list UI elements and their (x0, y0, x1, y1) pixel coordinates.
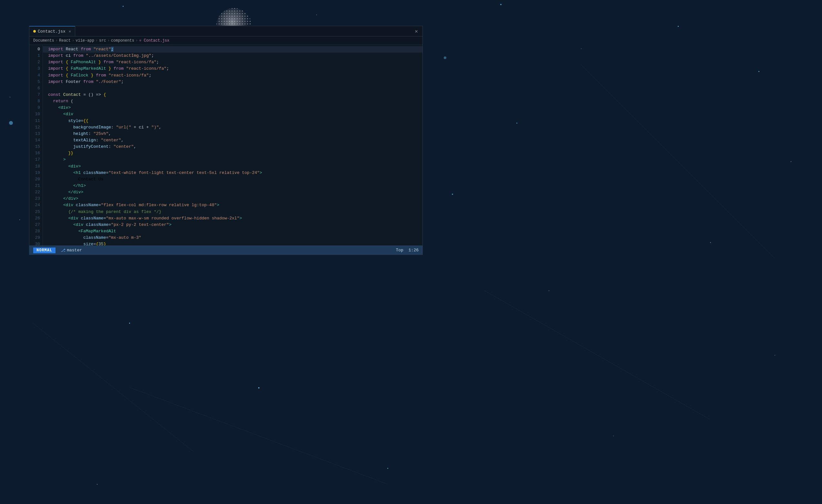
cursor-position: 1:26 (409, 248, 419, 253)
code-line-13: height: "25vh", (43, 131, 422, 137)
editor-close-button[interactable]: ✕ (415, 28, 418, 35)
code-line-23: </div> (43, 195, 422, 202)
status-right: Top 1:26 (396, 248, 419, 253)
code-line-2: import { FaPhoneAlt } from "react-icons/… (43, 59, 422, 65)
status-branch: ⎇ master (61, 248, 82, 253)
code-line-0: import React from "react"; (43, 46, 422, 53)
code-line-5: import Footer from "./Footer"; (43, 79, 422, 85)
code-line-24: <div className="flex flex-col md:flex-ro… (43, 202, 422, 208)
code-line-4: import { FaClock } from "react-icons/fa"… (43, 72, 422, 79)
code-line-16: }} (43, 150, 422, 156)
code-line-10: <div (43, 111, 422, 117)
git-branch-icon: ⎇ (61, 248, 65, 253)
code-line-12: backgroundImage: "url(" + ci + ")", (43, 124, 422, 131)
tab-filename: Contact.jsx (38, 29, 65, 34)
code-content[interactable]: import React from "react"; import ci fro… (43, 45, 422, 245)
editor: Contact.jsx ✕ ✕ Documents › React › viie… (29, 26, 423, 255)
status-mode: NORMAL (33, 247, 55, 253)
status-bar: NORMAL ⎇ master Top 1:26 (29, 245, 422, 255)
breadcrumb: Documents › React › viie-app › src › com… (29, 36, 422, 45)
breadcrumb-item-1: React (59, 38, 71, 43)
code-line-28: <FaMapMarkedAlt (43, 228, 422, 234)
deco-dot-right (444, 56, 446, 59)
code-line-6 (43, 85, 422, 92)
code-line-14: textAlign: "center", (43, 137, 422, 143)
code-line-29: className="mx-auto m-3" (43, 234, 422, 241)
code-line-20: Contact Us (43, 176, 422, 183)
code-line-15: justifyContent: "center", (43, 143, 422, 150)
branch-name: master (67, 248, 82, 253)
deco-dot-left (9, 121, 13, 125)
code-line-17: > (43, 156, 422, 163)
code-line-21: </h1> (43, 183, 422, 189)
tab-bar: Contact.jsx ✕ ✕ (29, 26, 422, 36)
code-line-25: {/* making the parent div as flex */} (43, 209, 422, 215)
tab-modified-dot (33, 30, 36, 33)
code-line-3: import { FaMapMarkedAlt } from "react-ic… (43, 65, 422, 72)
code-line-1: import ci from "../assets/ContactImg.jpg… (43, 53, 422, 59)
breadcrumb-item-5: ⚛ Contact.jsx (139, 38, 169, 43)
svg-line-3 (484, 291, 710, 420)
svg-line-1 (581, 64, 775, 258)
code-area[interactable]: 0 1 2 3 4 5 6 7 8 9 10 11 12 13 14 15 16… (29, 45, 422, 245)
svg-line-2 (32, 323, 193, 452)
tab-close-button[interactable]: ✕ (69, 29, 71, 34)
scroll-position: Top (396, 248, 403, 253)
code-line-22: </div> (43, 189, 422, 195)
svg-line-4 (129, 387, 387, 484)
code-line-11: style={{ (43, 118, 422, 124)
code-line-9: <div> (43, 104, 422, 111)
code-line-18: <div> (43, 163, 422, 170)
breadcrumb-item-4: components (111, 38, 134, 43)
breadcrumb-item-0: Documents (33, 38, 54, 43)
code-line-8: return ( (43, 98, 422, 104)
code-line-7: const Contact = () => { (43, 92, 422, 98)
code-line-26: <div className="mx-auto max-w-sm rounded… (43, 215, 422, 222)
breadcrumb-item-3: src (99, 38, 106, 43)
breadcrumb-item-2: viie-app (75, 38, 94, 43)
code-line-19: <h1 className="text-white font-light tex… (43, 170, 422, 176)
tab-contact-jsx[interactable]: Contact.jsx ✕ (29, 26, 75, 36)
line-numbers: 0 1 2 3 4 5 6 7 8 9 10 11 12 13 14 15 16… (29, 45, 43, 245)
code-line-30: size={35} (43, 241, 422, 245)
code-line-27: <div className="px-2 py-2 text-center"> (43, 222, 422, 228)
